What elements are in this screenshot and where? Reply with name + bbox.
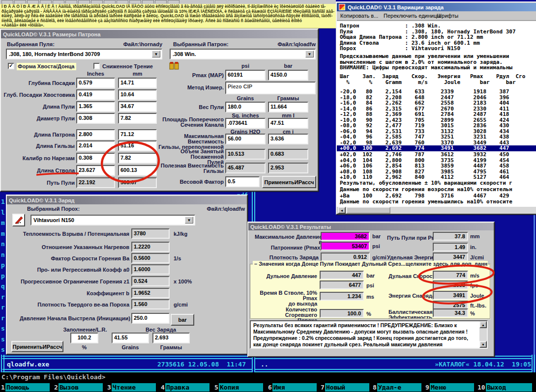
bar-unit-button[interactable]: bar: [171, 314, 194, 326]
ignition-pressure-field[interactable]: 250.0: [131, 313, 170, 324]
muzzle-velocity-ms-value: 774: [433, 271, 468, 280]
solid-density-unit: g/cmi: [174, 302, 188, 308]
bore-area-mm-field[interactable]: 47.51: [268, 118, 308, 129]
coeff-b-label: Коэффициент b: [20, 290, 129, 296]
scroll-down-icon[interactable]: ▼: [479, 341, 487, 348]
toolbar-button[interactable]: [168, 0, 179, 3]
bore-area-sqin-field[interactable]: .073641: [225, 118, 266, 129]
seating-depth-inches-field[interactable]: 0.579: [76, 78, 115, 88]
toolbar-button[interactable]: [14, 0, 26, 3]
variations-selected-row[interactable]: +00,0 100 2,692 774 3491 3682 447: [337, 145, 536, 151]
cartridge-length-inches-field[interactable]: 2.800: [76, 129, 115, 140]
menu-copy-to[interactable]: Копировать в...: [340, 13, 378, 19]
bullet-length-mm-field[interactable]: 34.67: [118, 101, 157, 112]
pmax-bar-field[interactable]: 4150.0: [268, 70, 308, 81]
boattail-depth-inches-field[interactable]: 0.419: [76, 89, 115, 100]
toolbar-button[interactable]: [1, 0, 13, 3]
barrel-time-unit: ms: [366, 294, 374, 300]
groove-caliber-inches-field[interactable]: 0.308: [76, 153, 115, 164]
warning-vscrollbar[interactable]: ▲ ▼: [479, 321, 487, 348]
ballistic-efficiency-label: БаллистическаяЭффективность: [388, 309, 438, 318]
banner-line: ííèêîâ, âêëàäûøåé è ñòâîëîâ, èëè îòâåòñò…: [1, 19, 334, 24]
ballistic-efficiency-unit: %: [470, 310, 475, 316]
charge-weight-gramms-field[interactable]: 2.693: [152, 333, 190, 343]
bullet-weight-gramms-field[interactable]: 11.664: [268, 102, 308, 112]
case-capacity-grains-field[interactable]: 56.00: [225, 134, 266, 144]
toolbar-button[interactable]: [91, 0, 103, 3]
weight-factor-field[interactable]: 0.5: [225, 176, 260, 187]
apply-recalc-button-charge[interactable]: ПрименитьИРассч: [11, 341, 63, 352]
fill-ratio-field[interactable]: 100.2: [70, 333, 98, 343]
charge-weight-grains-field[interactable]: 41.55: [112, 333, 149, 343]
fkey-new[interactable]: Новый: [325, 383, 369, 392]
powder-icon-button[interactable]: [12, 214, 25, 226]
toolbar-button[interactable]: [117, 0, 128, 3]
variations-hscrollbar[interactable]: ◄: [338, 207, 536, 214]
toolbar-button[interactable]: [142, 0, 154, 3]
fkey-copy[interactable]: Копия: [219, 383, 263, 392]
case-capacity-cm-field[interactable]: 3.636: [268, 134, 308, 144]
fill-ratio-unit: %: [70, 344, 98, 350]
muzzle-velocity-fps-value: 2538: [433, 280, 468, 289]
menu-fonts[interactable]: Шрифты: [437, 13, 458, 19]
results-titlebar[interactable]: QuickLOAD© V.3.1 Результаты: [248, 223, 494, 230]
fkey-delete[interactable]: Удал-е: [377, 383, 421, 392]
charge-variations-title: QuickLOAD© V.3.1 Вариации заряда: [348, 4, 444, 10]
toolbar-button[interactable]: [65, 0, 77, 3]
apply-recalc-button[interactable]: ПрименитьИРассч: [262, 176, 316, 188]
powder-select-label: Выбранный Порох:: [27, 206, 80, 212]
muzzle-values-legend[interactable]: – Значения когда Донце Пули Покидает Дул…: [253, 261, 488, 267]
chevron-down-icon[interactable]: ▼: [152, 51, 160, 57]
pmax-psi-field[interactable]: 60191: [225, 70, 266, 81]
barrel-length-inches-field[interactable]: 23.627: [76, 165, 115, 176]
bullet-diameter-inches-field[interactable]: 0.308: [76, 113, 115, 124]
fkey-exit[interactable]: Выход: [486, 383, 532, 392]
chevron-down-icon[interactable]: ▼: [185, 217, 193, 224]
fkey-read[interactable]: Чтение: [112, 383, 156, 392]
bullet-combobox[interactable]: .308, 180, Hornady InterBond 30709 ▼: [6, 49, 162, 59]
tail-shape-checkbox[interactable]: ✓: [8, 63, 14, 69]
dos-selected-file[interactable]: qloadfw.exe: [7, 361, 49, 368]
toolbar-button[interactable]: [53, 0, 64, 3]
boattail-depth-mm-field[interactable]: 10.64: [118, 89, 157, 100]
measure-method-field[interactable]: Piezo CIP: [225, 82, 316, 94]
charge-weight-header: Вес Заряда: [131, 327, 190, 333]
charge-variations-titlebar[interactable]: QuickLOAD© V.3.1 Вариации заряда: [337, 3, 536, 11]
bullet-weight-grains-field[interactable]: 180.0: [225, 102, 266, 112]
fkey-menu[interactable]: Меню: [430, 383, 474, 392]
chevron-down-icon[interactable]: ▼: [305, 51, 314, 57]
toolbar-button[interactable]: [155, 0, 167, 3]
fkey-call[interactable]: Вызов: [59, 383, 103, 392]
fkey-edit[interactable]: Правка: [165, 383, 209, 392]
toolbar-button[interactable]: [129, 0, 141, 3]
cartridge-dimensions-titlebar[interactable]: QuickLOAD© V.3.1 Размеры Патрона: [1, 30, 318, 38]
fkey-num-1: 1: [1, 384, 5, 391]
toolbar-button[interactable]: [40, 0, 52, 3]
fkey-name[interactable]: Имя: [272, 383, 317, 392]
bullet-length-inches-field[interactable]: 1.365: [76, 101, 115, 112]
command-prompt[interactable]: C:\Program Files\Quickload>: [1, 373, 105, 381]
fkey-help[interactable]: Помощь: [5, 383, 50, 392]
scroll-left-icon[interactable]: ◄: [338, 207, 346, 214]
hscroll-thumb[interactable]: [346, 207, 390, 214]
case-capacity-label: Максимальная ВместимостьГильзы, переполн…: [148, 134, 224, 150]
reduced-friction-checkbox[interactable]: [93, 63, 100, 69]
charge-titlebar[interactable]: QuickLOAD© V.3.1 Заряд: [7, 196, 247, 204]
patron-combobox[interactable]: .308 Win. ▼: [170, 49, 316, 59]
variations-table-rows-before[interactable]: -20,0 80 2,154 633 2339 1918 387 -18,0 8…: [340, 89, 509, 145]
variations-table-rows-after[interactable]: +02,0 102 2,746 787 3612 3932 450 +04,0 …: [340, 152, 509, 180]
toolbar-button[interactable]: [27, 0, 39, 3]
powder-combobox[interactable]: Vihtavuori N150 ▼: [30, 215, 195, 225]
inches-column-header: Inches: [76, 71, 115, 77]
menu-switch-units[interactable]: Переключить единицы: [384, 13, 441, 19]
toolbar-button[interactable]: [104, 0, 116, 3]
powder-burnt-value: 100.0: [320, 309, 364, 318]
fill-ratio-header: Заполнение/L.R.: [63, 327, 107, 333]
scroll-up-icon[interactable]: ▲: [479, 321, 487, 328]
seating-depth-mm-field[interactable]: 14.71: [118, 78, 157, 88]
bullet-combobox-value: .308, 180, Hornady InterBond 30709: [9, 51, 100, 57]
toolbar-button[interactable]: [78, 0, 90, 3]
dos-updir-entry[interactable]: ..: [261, 361, 268, 368]
case-length-inches-field[interactable]: 2.014: [76, 140, 115, 151]
bullet-select-label: Выбранная Пуля:: [7, 41, 55, 47]
